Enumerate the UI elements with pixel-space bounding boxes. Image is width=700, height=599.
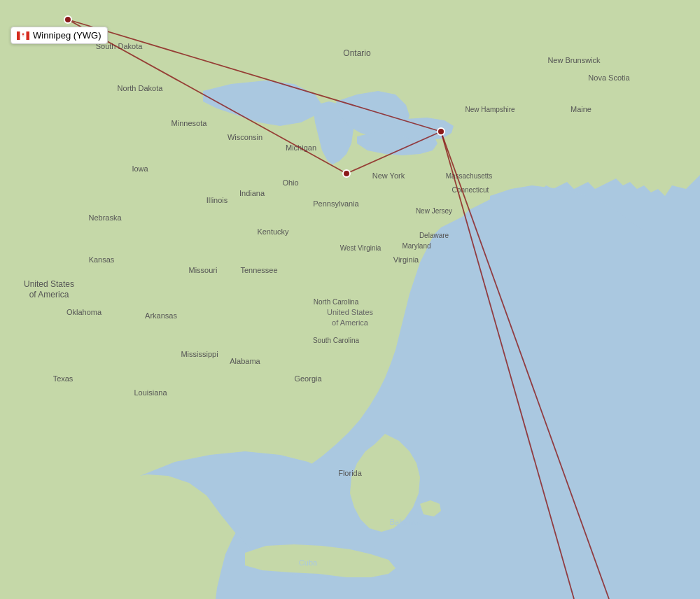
svg-text:Virginia: Virginia	[393, 255, 419, 264]
svg-text:of America: of America	[29, 290, 69, 300]
svg-rect-68	[17, 31, 20, 40]
svg-text:Cuba: Cuba	[299, 558, 318, 567]
svg-text:Nebraska: Nebraska	[88, 213, 122, 222]
svg-text:Georgia: Georgia	[294, 374, 322, 383]
svg-text:North Dakota: North Dakota	[118, 84, 164, 92]
svg-rect-69	[27, 31, 30, 40]
svg-text:Mississippi: Mississippi	[181, 350, 218, 358]
origin-label-text: Winnipeg (YWG)	[33, 30, 102, 41]
svg-text:Arkansas: Arkansas	[145, 311, 177, 320]
svg-text:Louisiana: Louisiana	[134, 388, 167, 397]
svg-text:Indiana: Indiana	[239, 189, 265, 197]
svg-text:Ontario: Ontario	[343, 48, 371, 58]
svg-point-65	[438, 128, 444, 135]
svg-text:Iowa: Iowa	[132, 164, 148, 173]
svg-text:United States: United States	[327, 308, 374, 316]
svg-text:New York: New York	[372, 171, 405, 180]
svg-text:Minnesota: Minnesota	[172, 119, 208, 127]
svg-text:Michigan: Michigan	[286, 143, 316, 152]
svg-text:Delaware: Delaware	[419, 232, 449, 239]
svg-text:Kentucky: Kentucky	[257, 227, 289, 236]
svg-text:North Carolina: North Carolina	[314, 298, 359, 306]
svg-text:New Hampshire: New Hampshire	[465, 106, 515, 113]
svg-text:of America: of America	[332, 318, 369, 327]
svg-text:Kansas: Kansas	[89, 255, 115, 264]
svg-rect-71	[23, 35, 24, 36]
svg-text:Maryland: Maryland	[402, 242, 430, 250]
svg-text:Oklahoma: Oklahoma	[66, 308, 102, 316]
svg-text:Bahamas: Bahamas	[390, 518, 423, 526]
origin-airport-label: Winnipeg (YWG)	[10, 27, 108, 44]
svg-text:Illinois: Illinois	[206, 196, 228, 204]
svg-text:Nova Scotia: Nova Scotia	[588, 73, 630, 82]
svg-text:Alabama: Alabama	[230, 357, 260, 365]
svg-text:Wisconsin: Wisconsin	[227, 133, 262, 141]
map-container: United States of America United States o…	[0, 0, 700, 599]
svg-text:West Virginia: West Virginia	[340, 244, 382, 252]
svg-text:Pennsylvania: Pennsylvania	[313, 199, 359, 208]
svg-text:South Carolina: South Carolina	[313, 337, 360, 344]
svg-point-64	[343, 170, 350, 177]
svg-text:New Brunswick: New Brunswick	[547, 56, 601, 64]
canada-flag-icon	[17, 31, 29, 40]
map-svg: United States of America United States o…	[0, 0, 700, 599]
svg-text:Tennessee: Tennessee	[240, 266, 277, 274]
svg-text:New Jersey: New Jersey	[416, 207, 452, 215]
svg-point-66	[64, 16, 71, 23]
svg-text:Florida: Florida	[338, 469, 363, 477]
svg-text:United States: United States	[24, 279, 74, 289]
svg-text:Missouri: Missouri	[189, 266, 218, 274]
svg-text:Maine: Maine	[570, 105, 592, 113]
svg-text:Texas: Texas	[53, 374, 74, 383]
svg-text:Ohio: Ohio	[282, 178, 298, 187]
